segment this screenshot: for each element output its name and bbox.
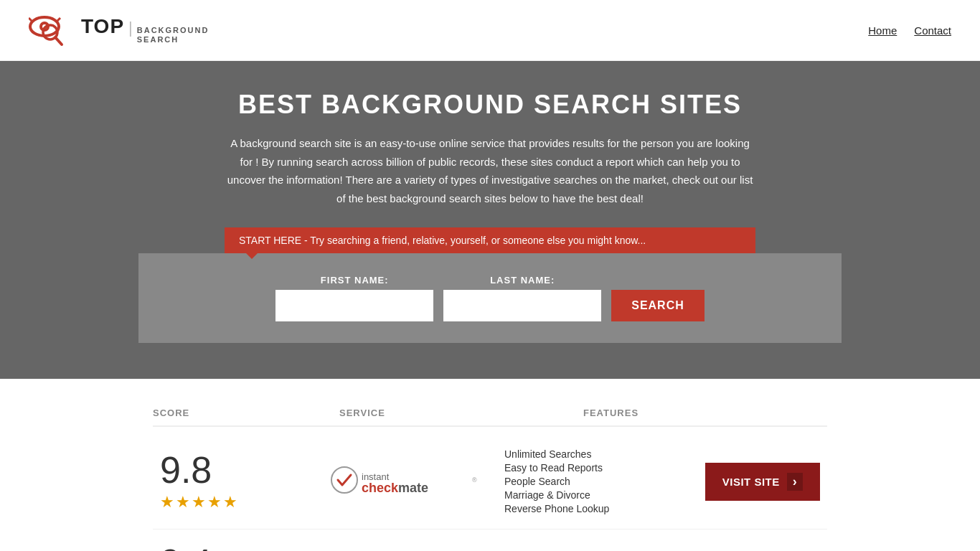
star-5: ★ xyxy=(223,493,237,512)
score-value-1: 9.8 xyxy=(160,451,212,489)
star-1: ★ xyxy=(160,493,174,512)
search-form: FIRST NAME: LAST NAME: SEARCH xyxy=(153,275,827,321)
checkmate-logo: instant checkmate ® xyxy=(329,462,486,501)
star-2: ★ xyxy=(176,493,190,512)
table-row: 9.4 ★ ★ ★ ★ ★ PeopleLooker Accurate and … xyxy=(153,529,827,551)
star-4: ★ xyxy=(207,493,222,512)
feature-1-0: Unlimited Searches xyxy=(504,448,698,460)
search-banner-text: START HERE - Try searching a friend, rel… xyxy=(239,235,646,246)
first-name-group: FIRST NAME: xyxy=(275,275,433,321)
last-name-label: LAST NAME: xyxy=(443,275,601,286)
svg-point-7 xyxy=(331,467,357,493)
score-cell-2: 9.4 ★ ★ ★ ★ ★ xyxy=(153,544,311,551)
score-value-2: 9.4 xyxy=(160,544,212,551)
visit-btn-wrap-1: VISIT SITE › xyxy=(698,463,827,501)
logo-sub1: BACKGROUND xyxy=(137,26,209,34)
search-banner: START HERE - Try searching a friend, rel… xyxy=(225,227,755,253)
header-service: SERVICE xyxy=(339,408,583,418)
last-name-input[interactable] xyxy=(443,290,601,321)
hero-description: A background search site is an easy-to-u… xyxy=(225,134,755,207)
svg-text:®: ® xyxy=(472,476,477,484)
hero-section: BEST BACKGROUND SEARCH SITES A backgroun… xyxy=(0,61,980,379)
header-score: SCORE xyxy=(153,408,339,418)
search-form-area: FIRST NAME: LAST NAME: SEARCH xyxy=(138,253,842,343)
score-cell-1: 9.8 ★ ★ ★ ★ ★ xyxy=(153,451,311,512)
results-table: SCORE SERVICE FEATURES 9.8 ★ ★ ★ ★ ★ xyxy=(138,400,842,551)
nav-home[interactable]: Home xyxy=(868,24,897,37)
logo-sub2: SEARCH xyxy=(137,35,209,44)
svg-text:checkmate: checkmate xyxy=(362,481,428,495)
logo-top: TOP xyxy=(81,17,124,37)
feature-1-4: Reverse Phone Lookup xyxy=(504,503,698,514)
table-header: SCORE SERVICE FEATURES xyxy=(153,400,827,427)
first-name-input[interactable] xyxy=(275,290,433,321)
svg-line-4 xyxy=(57,18,60,21)
site-header: TOP | BACKGROUND SEARCH Home Contact xyxy=(0,0,980,61)
feature-1-2: People Search xyxy=(504,476,698,487)
visit-site-label-1: VISIT SITE xyxy=(722,476,780,488)
logo-divider: | xyxy=(128,20,133,36)
search-button[interactable]: SEARCH xyxy=(611,290,705,321)
header-features: FEATURES xyxy=(583,408,827,418)
logo-text: TOP | BACKGROUND SEARCH xyxy=(81,17,209,43)
last-name-group: LAST NAME: xyxy=(443,275,601,321)
nav-contact[interactable]: Contact xyxy=(914,24,951,37)
logo: TOP | BACKGROUND SEARCH xyxy=(29,11,209,50)
table-row: 9.8 ★ ★ ★ ★ ★ instant checkmate xyxy=(153,434,827,529)
star-3: ★ xyxy=(192,493,206,512)
feature-1-1: Easy to Read Reports xyxy=(504,462,698,474)
stars-1: ★ ★ ★ ★ ★ xyxy=(160,493,237,512)
visit-arrow-icon-1: › xyxy=(787,473,804,491)
svg-line-3 xyxy=(29,18,32,21)
svg-line-6 xyxy=(55,37,62,44)
hero-title: BEST BACKGROUND SEARCH SITES xyxy=(14,90,966,120)
service-cell-1: instant checkmate ® xyxy=(311,462,504,501)
logo-icon xyxy=(29,11,75,50)
first-name-label: FIRST NAME: xyxy=(275,275,433,286)
main-nav: Home Contact xyxy=(868,24,951,37)
feature-1-3: Marriage & Divorce xyxy=(504,489,698,501)
features-cell-1: Unlimited Searches Easy to Read Reports … xyxy=(504,448,698,514)
visit-site-button-1[interactable]: VISIT SITE › xyxy=(705,463,820,501)
